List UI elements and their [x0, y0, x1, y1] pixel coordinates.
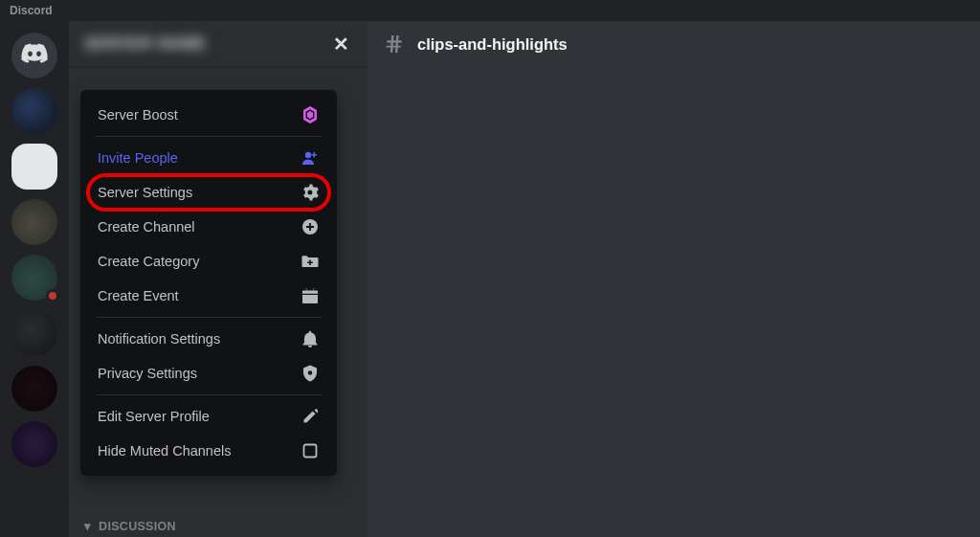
- menu-invite-people[interactable]: Invite People: [88, 141, 329, 175]
- menu-label: Create Channel: [98, 219, 195, 235]
- home-button[interactable]: [11, 33, 57, 78]
- chevron-down-icon: ▾: [84, 519, 91, 533]
- server-icon[interactable]: [11, 366, 57, 412]
- menu-label: Server Boost: [98, 107, 178, 123]
- server-icon[interactable]: [11, 421, 57, 467]
- menu-hide-muted-channels[interactable]: Hide Muted Channels: [88, 434, 329, 468]
- menu-label: Create Event: [98, 288, 179, 303]
- menu-server-settings[interactable]: Server Settings: [88, 175, 329, 210]
- invite-person-icon: [301, 148, 320, 168]
- server-header[interactable]: SERVER NAME ✕: [69, 21, 368, 67]
- boost-icon: [301, 105, 320, 124]
- calendar-plus-icon: [301, 286, 320, 305]
- server-icon[interactable]: [11, 310, 57, 356]
- bell-icon: [301, 329, 320, 348]
- close-icon[interactable]: ✕: [329, 33, 352, 56]
- channel-sidebar: SERVER NAME ✕ Server Boost Invite People…: [69, 21, 368, 537]
- content-area: clips-and-highlights: [368, 21, 980, 537]
- menu-separator: [96, 394, 322, 395]
- gear-icon: [301, 183, 320, 202]
- title-bar: Discord: [0, 0, 980, 21]
- main-layout: SERVER NAME ✕ Server Boost Invite People…: [0, 21, 980, 537]
- menu-create-category[interactable]: Create Category: [88, 244, 329, 279]
- server-name: SERVER NAME: [84, 35, 207, 53]
- menu-notification-settings[interactable]: Notification Settings: [88, 322, 329, 356]
- svg-point-2: [308, 370, 312, 374]
- server-icon[interactable]: [11, 255, 57, 301]
- menu-separator: [96, 136, 322, 137]
- menu-separator: [96, 317, 322, 318]
- menu-privacy-settings[interactable]: Privacy Settings: [88, 356, 329, 391]
- channel-header: clips-and-highlights: [368, 21, 980, 67]
- menu-label: Invite People: [98, 150, 178, 166]
- category-label: DISCUSSION: [99, 520, 176, 533]
- menu-server-boost[interactable]: Server Boost: [88, 98, 329, 132]
- menu-create-event[interactable]: Create Event: [88, 279, 329, 313]
- server-icon[interactable]: [11, 199, 57, 245]
- menu-label: Server Settings: [98, 185, 192, 200]
- server-icon[interactable]: [11, 88, 57, 134]
- server-rail: [0, 21, 69, 537]
- menu-label: Edit Server Profile: [98, 409, 210, 424]
- app-title: Discord: [10, 4, 53, 17]
- checkbox-empty-icon: [301, 441, 320, 460]
- menu-label: Hide Muted Channels: [98, 443, 231, 459]
- menu-label: Privacy Settings: [98, 366, 197, 381]
- hash-icon: [383, 33, 406, 56]
- menu-create-channel[interactable]: Create Channel: [88, 210, 329, 244]
- menu-label: Notification Settings: [98, 331, 220, 347]
- svg-rect-3: [304, 445, 317, 458]
- folder-plus-icon: [301, 252, 320, 271]
- status-badge-icon: [46, 289, 59, 302]
- pencil-icon: [301, 407, 320, 426]
- shield-icon: [301, 364, 320, 383]
- menu-label: Create Category: [98, 254, 199, 269]
- svg-point-0: [305, 152, 311, 158]
- plus-circle-icon: [301, 217, 320, 236]
- channel-category-fragment[interactable]: ▾ DISCUSSION: [84, 519, 176, 533]
- discord-logo-icon: [21, 43, 48, 68]
- server-dropdown-menu: Server Boost Invite People Server Settin…: [80, 90, 337, 476]
- channel-name: clips-and-highlights: [417, 35, 568, 54]
- menu-edit-server-profile[interactable]: Edit Server Profile: [88, 399, 329, 434]
- server-icon-selected[interactable]: [11, 144, 57, 190]
